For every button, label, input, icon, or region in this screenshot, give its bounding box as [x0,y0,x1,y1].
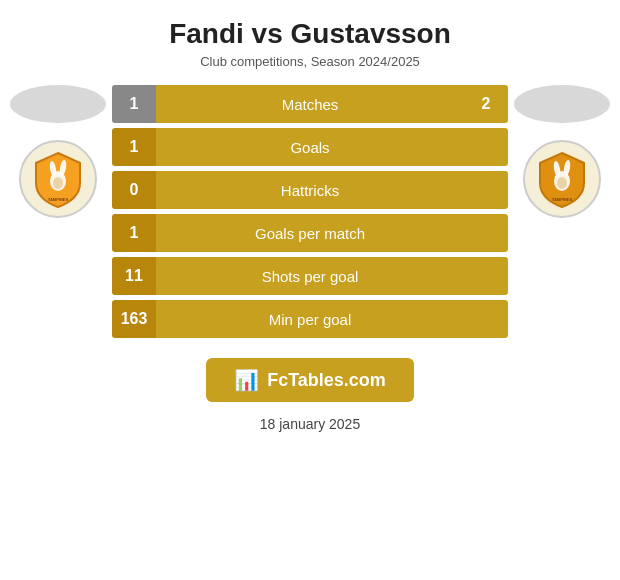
hattricks-row: 0 Hattricks [112,171,508,209]
page-title: Fandi vs Gustavsson [169,18,451,50]
goals-per-match-right-val [464,214,508,252]
svg-point-3 [53,177,63,189]
left-team-oval-top [10,85,106,123]
svg-text:TAMPINES: TAMPINES [48,197,69,202]
fctables-icon: 📊 [234,368,259,392]
hattricks-label: Hattricks [156,171,464,209]
shots-per-goal-left-val: 11 [112,257,156,295]
match-date: 18 january 2025 [260,416,360,432]
goals-per-match-label: Goals per match [156,214,464,252]
page-subtitle: Club competitions, Season 2024/2025 [200,54,420,69]
goals-left-val: 1 [112,128,156,166]
right-team-logo: TAMPINES [514,128,610,218]
goals-row: 1 Goals [112,128,508,166]
left-team-logo: TAMPINES [10,128,106,218]
page-container: Fandi vs Gustavsson Club competitions, S… [0,0,620,580]
fctables-label: FcTables.com [267,370,386,391]
min-per-goal-row: 163 Min per goal [112,300,508,338]
fctables-badge: 📊 FcTables.com [206,358,414,402]
goals-label: Goals [156,128,464,166]
matches-right-val: 2 [464,85,508,123]
shots-per-goal-label: Shots per goal [156,257,464,295]
goals-per-match-left-val: 1 [112,214,156,252]
min-per-goal-right-val [464,300,508,338]
shots-per-goal-row: 11 Shots per goal [112,257,508,295]
matches-left-val: 1 [112,85,156,123]
stats-block: 1 Goals 0 Hattricks 1 Goals per match 11… [112,128,508,338]
min-per-goal-label: Min per goal [156,300,464,338]
shots-per-goal-right-val [464,257,508,295]
right-team-crest: TAMPINES [532,149,592,209]
goals-per-match-row: 1 Goals per match [112,214,508,252]
hattricks-right-val [464,171,508,209]
right-team-oval-top [514,85,610,123]
svg-text:TAMPINES: TAMPINES [552,197,573,202]
goals-right-val [464,128,508,166]
min-per-goal-left-val: 163 [112,300,156,338]
left-team-crest: TAMPINES [28,149,88,209]
hattricks-left-val: 0 [112,171,156,209]
matches-label: Matches [156,85,464,123]
svg-point-8 [557,177,567,189]
